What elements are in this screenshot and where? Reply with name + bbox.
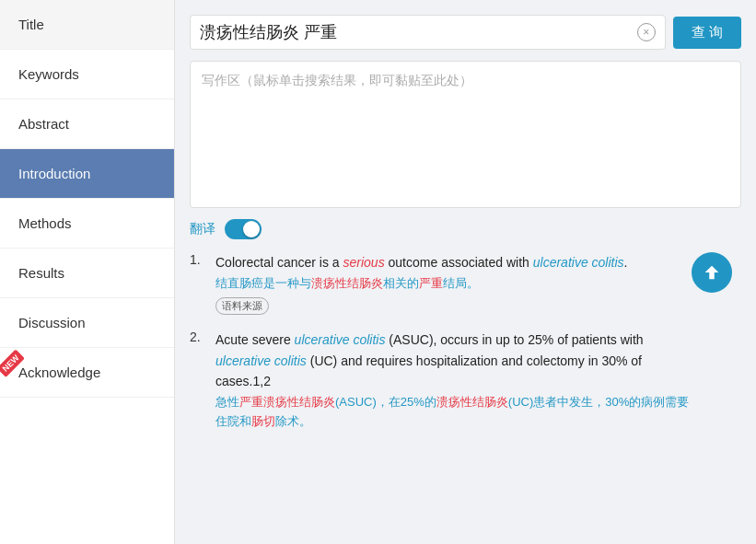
sidebar-item-label: Abstract	[18, 116, 69, 132]
sidebar-item-title[interactable]: Title	[0, 0, 174, 50]
sidebar-item-methods[interactable]: Methods	[0, 199, 174, 249]
italic-blue-text: ulcerative colitis	[295, 332, 386, 347]
main-content: 溃疡性结肠炎 严重 × 查 询 写作区（鼠标单击搜索结果，即可黏贴至此处） 翻译…	[175, 0, 756, 544]
arrow-up-icon	[702, 262, 722, 283]
sidebar-item-label: Results	[18, 265, 64, 281]
translate-row: 翻译	[190, 219, 741, 239]
sidebar-item-label: Title	[18, 17, 44, 32]
sidebar-item-introduction[interactable]: Introduction	[0, 149, 174, 199]
sidebar-item-label: Discussion	[18, 315, 86, 330]
sidebar-item-abstract[interactable]: Abstract	[0, 99, 174, 149]
result-zh-text: 结直肠癌是一种与溃疡性结肠炎相关的严重结局。	[215, 274, 741, 294]
italic-red-text: serious	[343, 255, 385, 270]
search-bar: 溃疡性结肠炎 严重 × 查 询	[190, 15, 741, 50]
zh-highlight4: 溃疡性结肠炎	[436, 395, 508, 409]
sidebar-item-label: Methods	[18, 215, 72, 231]
search-input-wrapper: 溃疡性结肠炎 严重 ×	[190, 15, 666, 50]
sidebar-item-discussion[interactable]: Discussion	[0, 298, 174, 348]
italic-blue-text: ulcerative colitis	[533, 255, 624, 270]
zh-highlight3: 严重溃疡性结肠炎	[239, 395, 335, 409]
writing-area[interactable]: 写作区（鼠标单击搜索结果，即可黏贴至此处）	[190, 61, 741, 208]
sidebar-item-results[interactable]: Results	[0, 249, 174, 298]
result-num: 2.	[190, 330, 201, 344]
search-query: 溃疡性结肠炎 严重	[200, 21, 637, 43]
writing-placeholder: 写作区（鼠标单击搜索结果，即可黏贴至此处）	[202, 73, 472, 87]
sidebar: TitleKeywordsAbstractIntroductionMethods…	[0, 0, 175, 544]
source-tag[interactable]: 语料来源	[215, 294, 741, 315]
sidebar-item-keywords[interactable]: Keywords	[0, 50, 174, 99]
zh-highlight2: 严重	[419, 276, 443, 290]
zh-highlight5: 肠切	[251, 414, 275, 428]
result-num: 1.	[190, 252, 201, 267]
result-item: 1. Colorectal cancer is a serious outcom…	[190, 252, 741, 315]
translate-toggle[interactable]	[225, 219, 262, 239]
sidebar-item-label: Introduction	[18, 166, 90, 181]
result-item: 2. Acute severe ulcerative colitis (ASUC…	[190, 330, 741, 432]
result-zh-text: 急性严重溃疡性结肠炎(ASUC)，在25%的溃疡性结肠炎(UC)患者中发生，30…	[215, 393, 695, 432]
result-en-text: Colorectal cancer is a serious outcome a…	[215, 252, 741, 272]
results-list: 1. Colorectal cancer is a serious outcom…	[190, 252, 741, 432]
sidebar-item-acknowledge[interactable]: NEWAcknowledge	[0, 348, 174, 398]
search-button[interactable]: 查 询	[673, 17, 741, 49]
source-tag-label: 语料来源	[215, 297, 269, 315]
result-en-text: Acute severe ulcerative colitis (ASUC), …	[215, 330, 695, 391]
toggle-knob	[243, 221, 260, 237]
up-arrow-button[interactable]	[692, 252, 732, 293]
sidebar-item-label: Acknowledge	[18, 365, 100, 380]
search-clear-button[interactable]: ×	[637, 23, 656, 41]
sidebar-item-label: Keywords	[18, 66, 79, 82]
italic-blue-text2: ulcerative colitis	[215, 353, 307, 368]
zh-highlight: 溃疡性结肠炎	[311, 276, 383, 290]
translate-label: 翻译	[190, 221, 215, 237]
